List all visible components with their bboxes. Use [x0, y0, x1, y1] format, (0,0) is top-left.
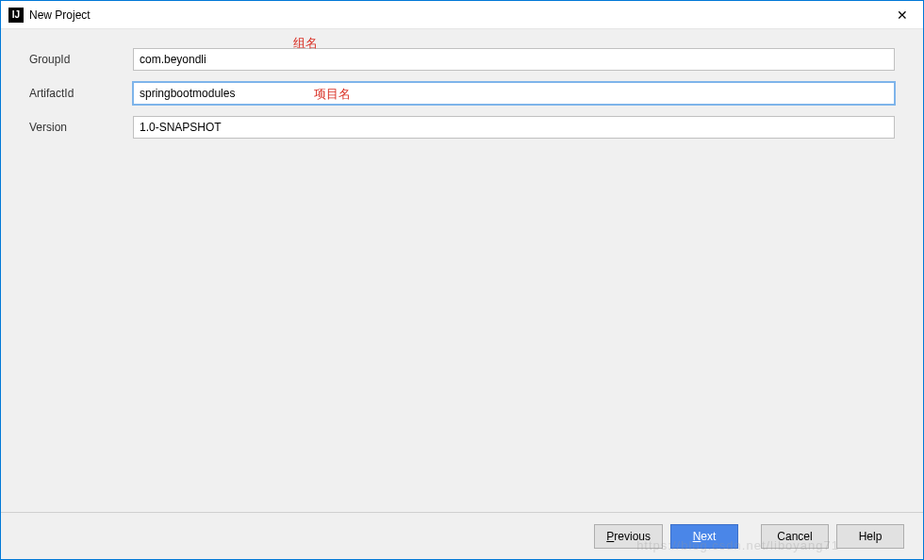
version-input[interactable] [133, 116, 895, 139]
version-row: Version [29, 116, 895, 139]
close-icon[interactable]: ✕ [881, 1, 923, 28]
previous-label: revious [614, 530, 651, 543]
new-project-dialog: IJ New Project ✕ GroupId 组名 ArtifactId 项… [0, 0, 924, 560]
artifactid-row: ArtifactId 项目名 [29, 82, 895, 105]
help-button[interactable]: Help [836, 524, 904, 549]
cancel-button[interactable]: Cancel [761, 524, 829, 549]
groupid-row: GroupId 组名 [29, 48, 895, 71]
content-area: GroupId 组名 ArtifactId 项目名 Version [1, 29, 923, 512]
artifactid-label: ArtifactId [29, 87, 133, 100]
footer: Previous Next Cancel Help https://blog.c… [1, 512, 923, 559]
next-button[interactable]: Next [670, 524, 738, 549]
groupid-annotation: 组名 [293, 35, 318, 52]
groupid-label: GroupId [29, 53, 133, 66]
groupid-input[interactable] [133, 48, 895, 71]
version-label: Version [29, 121, 133, 134]
artifactid-annotation: 项目名 [314, 86, 351, 103]
app-icon: IJ [8, 8, 24, 23]
artifactid-input[interactable] [133, 82, 895, 105]
previous-button[interactable]: Previous [594, 524, 663, 549]
next-label: ext [701, 530, 716, 543]
window-title: New Project [29, 8, 91, 22]
titlebar: IJ New Project ✕ [1, 1, 923, 29]
